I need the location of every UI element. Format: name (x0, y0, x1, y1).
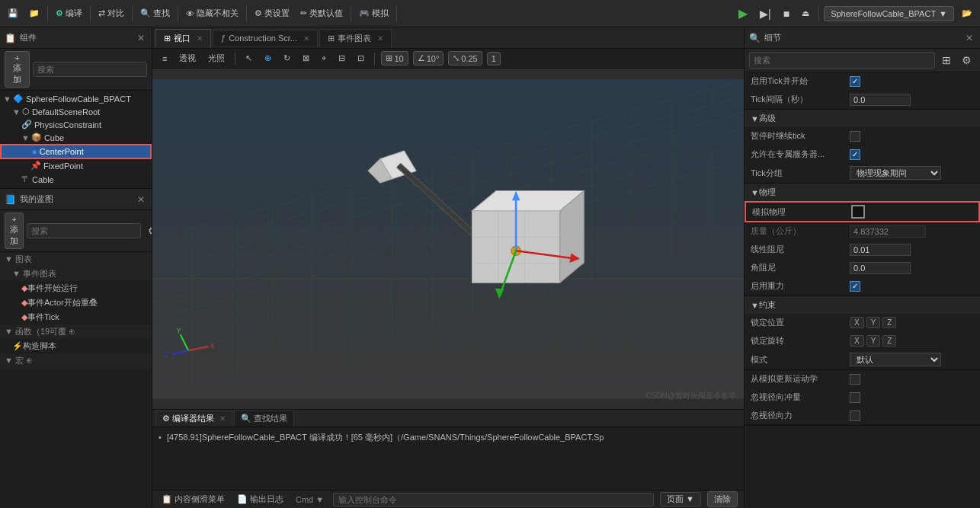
tree-item-defaultscene[interactable]: ▼ ⬡ DefaultSceneRoot (0, 105, 152, 118)
input-linear-damping[interactable] (850, 244, 911, 256)
input-tick-interval[interactable] (850, 94, 911, 106)
checkbox-ignore-radial-impulse[interactable] (850, 392, 860, 403)
vp-screen-button[interactable]: 1 (487, 52, 501, 65)
tab-viewport-close[interactable]: ✕ (197, 34, 203, 43)
dropdown-mode[interactable]: 默认 (850, 353, 941, 366)
output-log-button[interactable]: 📄 输出日志 (234, 492, 287, 506)
add-blueprint-button[interactable]: + 添加 (5, 212, 24, 249)
tab-compiler-results[interactable]: ⚙ 编译器结果 ✕ (155, 410, 232, 427)
lock-pos-y[interactable]: Y (866, 317, 881, 328)
svg-line-56 (172, 350, 188, 354)
find-button[interactable]: 🔍 查找 (136, 5, 175, 21)
details-grid-button[interactable]: ⊞ (938, 53, 955, 68)
checkbox-ignore-radial-force[interactable] (850, 411, 860, 421)
add-macro-icon[interactable]: ⊕ (26, 356, 33, 365)
save2-button[interactable]: 📁 (24, 6, 44, 21)
vp-scale-val-button[interactable]: ⤡ 0.25 (448, 51, 482, 65)
lock-rot-z[interactable]: Z (882, 335, 896, 347)
checkbox-pause-tick[interactable] (850, 131, 860, 142)
components-search-input[interactable] (33, 62, 147, 77)
stop-button[interactable]: ■ (779, 5, 794, 22)
cmd-label: Cmd ▼ (293, 494, 327, 506)
clear-button[interactable]: 清除 (707, 491, 738, 507)
tree-item-centerpoint[interactable]: ● CenterPoint (0, 144, 152, 159)
details-search-input[interactable] (749, 52, 935, 69)
tree-item-cable[interactable]: 〒 Cable (0, 172, 152, 187)
compile-button[interactable]: ⚙ 编译 (51, 5, 87, 21)
tab-construction-script[interactable]: ƒ Construction Scr... ✕ (213, 30, 318, 46)
eject-button[interactable]: ⏏ (797, 6, 814, 21)
input-angular-damping[interactable] (850, 262, 911, 274)
vp-perspective-button[interactable]: 透视 (175, 51, 200, 65)
tree-item-root[interactable]: ▼ 🔷 SphereFollowCable_BPACT (0, 92, 152, 105)
arrow-root: ▼ (3, 94, 11, 104)
vp-angle-button[interactable]: ∠ 10° (413, 51, 444, 65)
checkbox-update-kinematics[interactable] (850, 374, 860, 385)
simulate-button[interactable]: 🎮 模拟 (354, 5, 393, 21)
content-menu-button[interactable]: 📋 内容侧滑菜单 (159, 492, 228, 506)
tree-item-cube[interactable]: ▼ 📦 Cube (0, 131, 152, 144)
checkbox-simulate-physics[interactable] (851, 205, 865, 219)
vp-icon5[interactable]: ⌖ (318, 52, 330, 65)
toolbar-right: ▶ ▶| ■ ⏏ SphereFollowCable_BPACT ▼ 📂 (734, 4, 977, 23)
event-actor-overlap[interactable]: ◆ 事件Actor开始重叠 (0, 296, 152, 310)
blueprint-close-button[interactable]: ✕ (135, 194, 147, 205)
tab-viewport[interactable]: ⊞ 视口 ✕ (155, 29, 211, 47)
vp-icon7[interactable]: ⊡ (354, 52, 368, 65)
compare-button[interactable]: ⇄ 对比 (94, 5, 129, 21)
physics-section-header[interactable]: ▼ 物理 (745, 184, 980, 201)
vp-grid-button[interactable]: ⊞ 10 (381, 51, 408, 65)
blueprint-search-input[interactable] (27, 223, 141, 238)
pause-button[interactable]: ▶| (755, 5, 776, 22)
blueprint-settings-button[interactable]: ⚙ (144, 223, 152, 238)
play-button[interactable]: ▶ (734, 4, 752, 23)
tree-item-fixedpoint[interactable]: 📌 FixedPoint (0, 159, 152, 172)
details-close-button[interactable]: ✕ (963, 33, 975, 43)
add-function-icon[interactable]: ⊕ (69, 327, 75, 336)
viewport-3d[interactable]: X Y Z CSDN@暂时先用远令名字 (152, 69, 744, 409)
save-button[interactable]: 💾 (3, 6, 23, 21)
class-defaults-button[interactable]: ✏ 类默认值 (296, 5, 347, 21)
folder-button[interactable]: 📂 (957, 6, 977, 21)
construction-script[interactable]: ⚡ 构造脚本 (0, 339, 152, 353)
lock-pos-z[interactable]: Z (882, 317, 896, 328)
vp-scale-button[interactable]: ⊠ (299, 52, 313, 65)
tab-event-close[interactable]: ✕ (377, 34, 383, 43)
cmd-dropdown[interactable]: Cmd ▼ (296, 495, 324, 504)
advanced-section-header[interactable]: ▼ 高级 (745, 110, 980, 127)
components-close-button[interactable]: ✕ (135, 33, 147, 43)
add-component-button[interactable]: + 添加 (5, 51, 30, 88)
dropdown-tick-group[interactable]: 物理现象期间 (850, 166, 941, 180)
prop-ignore-radial-force: 忽视径向力 (745, 407, 980, 425)
class-settings-button[interactable]: ⚙ 类设置 (250, 5, 294, 21)
constraints-section-header[interactable]: ▼ 约束 (745, 296, 980, 314)
tab-event-graph[interactable]: ⊞ 事件图表 ✕ (319, 29, 392, 47)
vp-select-button[interactable]: ↖ (242, 52, 256, 65)
checkbox-enable-tick[interactable] (850, 76, 860, 87)
components-panel-header: 📋 组件 ✕ (0, 27, 152, 49)
event-start-run[interactable]: ◆ 事件开始运行 (0, 281, 152, 296)
checkbox-allow-dedicated[interactable] (850, 149, 860, 160)
event-tick[interactable]: ◆ 事件Tick (0, 310, 152, 324)
tree-item-physics[interactable]: 🔗 PhysicsConstraint (0, 118, 152, 131)
vp-lighting-button[interactable]: 光照 (204, 51, 229, 65)
tab-find-results[interactable]: 🔍 查找结果 (234, 410, 294, 427)
checkbox-enable-gravity[interactable] (850, 281, 860, 292)
page-selector-button[interactable]: 页面 ▼ (660, 492, 701, 506)
tab-compiler-close[interactable]: ✕ (219, 414, 226, 423)
cmd-input[interactable] (333, 493, 654, 506)
lock-rot-y[interactable]: Y (866, 335, 881, 347)
vp-menu-button[interactable]: ≡ (159, 53, 171, 65)
hide-button[interactable]: 👁 隐藏不相关 (181, 5, 243, 21)
tab-construction-close[interactable]: ✕ (303, 34, 309, 43)
vp-move-button[interactable]: ⊕ (261, 52, 275, 65)
vp-icon6[interactable]: ⊟ (335, 52, 349, 65)
input-mass[interactable] (850, 225, 926, 238)
vp-rotate-button[interactable]: ↻ (280, 52, 294, 65)
lock-rot-x[interactable]: X (850, 335, 864, 347)
project-name-dropdown[interactable]: SphereFollowCable_BPACT ▼ (824, 6, 954, 21)
center-area: ⊞ 视口 ✕ ƒ Construction Scr... ✕ ⊞ 事件图表 ✕ … (152, 27, 744, 508)
blueprint-title: 我的蓝图 (20, 193, 135, 205)
details-settings-button[interactable]: ⚙ (958, 53, 975, 68)
lock-pos-x[interactable]: X (850, 317, 864, 328)
